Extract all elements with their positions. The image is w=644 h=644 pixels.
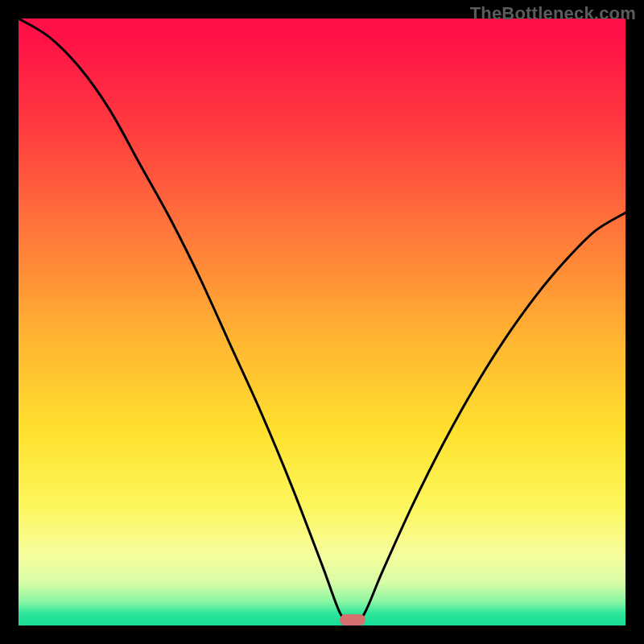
- watermark-text: TheBottleneck.com: [470, 3, 636, 24]
- chart-frame: TheBottleneck.com: [0, 0, 644, 644]
- curve-path: [19, 19, 625, 625]
- plot-area: [19, 19, 625, 625]
- curve-svg: [19, 19, 625, 625]
- optimum-marker: [340, 614, 365, 625]
